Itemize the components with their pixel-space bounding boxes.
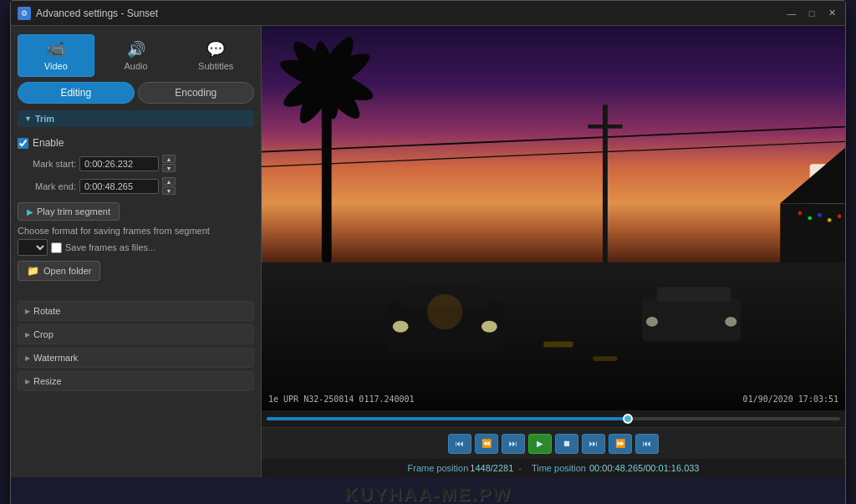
trim-arrow-icon: ▼ — [24, 115, 32, 123]
mark-start-up[interactable]: ▲ — [162, 155, 176, 163]
svg-rect-11 — [588, 125, 622, 129]
crop-section: ▶ Crop — [18, 324, 254, 344]
folder-icon: 📁 — [27, 265, 39, 277]
editing-button[interactable]: Editing — [18, 82, 135, 104]
save-frames-checkbox-label: Save frames as files... — [65, 242, 155, 252]
progress-thumb[interactable] — [623, 414, 633, 424]
save-checkbox-row: Save frames as files... — [51, 242, 155, 253]
mark-start-row: Mark start: ▲ ▼ — [18, 152, 254, 175]
video-area: 25 1e UPR N32-250814 0117.240001 01/90 — [262, 26, 845, 410]
svg-point-18 — [646, 317, 658, 327]
encoding-button[interactable]: Encoding — [138, 82, 255, 104]
tab-subtitles[interactable]: 💬 Subtitles — [177, 34, 254, 77]
mark-end-input[interactable] — [79, 179, 159, 194]
subtitles-icon: 💬 — [206, 40, 225, 59]
svg-rect-20 — [543, 341, 573, 347]
fast-forward-button[interactable]: ⏩ — [609, 434, 632, 454]
svg-point-28 — [808, 216, 812, 221]
tab-audio[interactable]: 🔊 Audio — [98, 34, 175, 77]
watermark-text: KUYHAA-ME.PW — [344, 484, 512, 504]
format-dropdown[interactable]: ▼ — [18, 239, 48, 256]
resize-label: Resize — [33, 376, 62, 386]
play-button[interactable]: ▶ — [528, 434, 552, 454]
maximize-button[interactable]: □ — [805, 7, 818, 20]
svg-point-30 — [828, 218, 832, 222]
window-controls: — □ ✕ — [785, 7, 838, 20]
close-button[interactable]: ✕ — [825, 7, 838, 20]
svg-rect-17 — [657, 288, 731, 303]
time-position-label: Time position — [532, 463, 586, 473]
enable-row: Enable — [18, 134, 254, 152]
rotate-section: ▶ Rotate — [18, 301, 254, 321]
mark-end-down[interactable]: ▼ — [162, 186, 176, 195]
svg-rect-1 — [262, 262, 845, 410]
svg-point-15 — [482, 321, 497, 333]
svg-rect-21 — [593, 356, 617, 361]
play-trim-button[interactable]: ▶ Play trim segment — [18, 202, 120, 221]
progress-track[interactable] — [267, 417, 840, 420]
time-position-value: 00:00:48.265/00:01:16.033 — [589, 463, 700, 473]
stop-button[interactable]: ⏹ — [555, 434, 578, 454]
enable-checkbox[interactable] — [18, 138, 28, 149]
mark-end-spinner: ▲ ▼ — [162, 177, 176, 195]
trim-label: Trim — [35, 114, 54, 124]
watermark-label: Watermark — [33, 353, 78, 363]
watermark-section: ▶ Watermark — [18, 348, 254, 368]
frame-position-label: Frame position — [408, 463, 469, 473]
watermark-bar: KUYHAA-ME.PW — [11, 477, 845, 504]
right-panel: 25 1e UPR N32-250814 0117.240001 01/90 — [262, 26, 845, 477]
open-folder-label: Open folder — [43, 266, 91, 276]
mark-start-label: Mark start: — [18, 159, 76, 169]
play-trim-label: Play trim segment — [37, 206, 110, 216]
save-frames-label: Choose format for saving frames from seg… — [18, 226, 254, 236]
rewind-button[interactable]: ⏪ — [475, 434, 498, 454]
resize-section: ▶ Resize — [18, 371, 254, 391]
frame-position-value: 1448/2281 — [470, 463, 513, 473]
watermark-header[interactable]: ▶ Watermark — [18, 349, 253, 367]
open-folder-button[interactable]: 📁 Open folder — [18, 261, 100, 281]
timeline-bar[interactable] — [262, 410, 845, 427]
crop-header[interactable]: ▶ Crop — [18, 325, 253, 344]
save-frames-row: ▼ Save frames as files... — [18, 239, 254, 256]
crop-caret-icon: ▶ — [25, 331, 30, 339]
video-placeholder: 25 — [262, 26, 845, 410]
resize-header[interactable]: ▶ Resize — [18, 372, 253, 390]
tab-subtitles-label: Subtitles — [198, 61, 233, 71]
mark-start-spinner: ▲ ▼ — [162, 155, 176, 172]
video-svg-overlay: 25 — [262, 26, 845, 410]
save-frames-checkbox[interactable] — [51, 242, 62, 253]
svg-point-29 — [818, 213, 822, 217]
svg-point-19 — [725, 317, 736, 327]
titlebar: ⚙ Advanced settings - Sunset — □ ✕ — [11, 1, 845, 26]
main-window: ⚙ Advanced settings - Sunset — □ ✕ 📹 Vid… — [10, 0, 846, 504]
tab-audio-label: Audio — [124, 61, 147, 71]
left-panel: 📹 Video 🔊 Audio 💬 Subtitles Editing Enco… — [11, 26, 262, 477]
svg-point-22 — [427, 294, 462, 329]
main-content: 📹 Video 🔊 Audio 💬 Subtitles Editing Enco… — [11, 26, 845, 477]
enable-label: Enable — [33, 137, 64, 149]
panel-scroll[interactable]: ▼ Trim Enable Mark start: ▲ — [11, 110, 261, 477]
overlay-timecode-left: 1e UPR N32-250814 0117.240001 — [268, 395, 415, 404]
trim-section-header[interactable]: ▼ Trim — [18, 110, 254, 127]
skip-to-start-button[interactable]: ⏮ — [448, 434, 471, 454]
app-icon: ⚙ — [18, 7, 31, 20]
watermark-caret-icon: ▶ — [25, 354, 30, 362]
prev-frame-button[interactable]: ⏭ — [502, 434, 525, 454]
mark-end-up[interactable]: ▲ — [162, 177, 176, 186]
trim-section: Enable Mark start: ▲ ▼ Mark end: — [18, 134, 254, 281]
next-frame-button[interactable]: ⏭ — [582, 434, 605, 454]
tab-video[interactable]: 📹 Video — [18, 34, 94, 77]
video-icon: 📹 — [47, 40, 65, 59]
skip-to-end-button[interactable]: ⏮ — [635, 434, 659, 454]
mark-start-down[interactable]: ▼ — [162, 164, 176, 172]
play-trim-icon: ▶ — [27, 207, 33, 216]
minimize-button[interactable]: — — [785, 7, 798, 20]
svg-point-31 — [838, 214, 842, 218]
tab-row: 📹 Video 🔊 Audio 💬 Subtitles — [11, 26, 261, 82]
rotate-header[interactable]: ▶ Rotate — [18, 302, 253, 320]
svg-rect-26 — [780, 203, 845, 262]
resize-caret-icon: ▶ — [25, 378, 30, 385]
svg-point-14 — [393, 321, 409, 333]
overlay-timecode-right: 01/90/2020 17:03:51 — [743, 395, 838, 404]
mark-start-input[interactable] — [79, 156, 159, 171]
